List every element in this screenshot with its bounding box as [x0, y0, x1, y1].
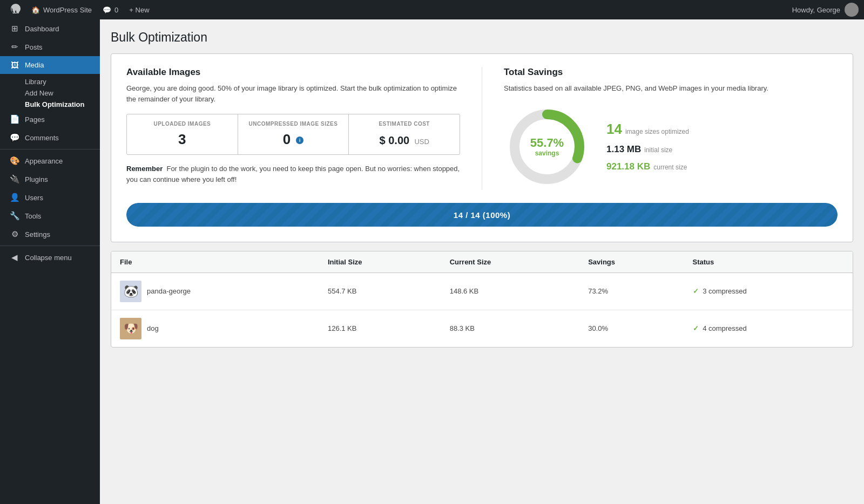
initial-size-cell: 126.1 KB — [319, 310, 441, 347]
available-images-description: George, you are doing good. 50% of your … — [126, 83, 460, 104]
adminbar-user: Howdy, George — [792, 3, 859, 17]
savings-content: 55.7% savings 14 image sizes optimized — [504, 104, 838, 190]
wp-logo[interactable] — [5, 0, 26, 19]
sidebar-item-settings[interactable]: ⚙ Settings — [0, 225, 100, 243]
status-label: 3 compressed — [703, 287, 747, 295]
file-cell: 🐶 dog — [111, 310, 319, 347]
available-images-section: Available Images George, you are doing g… — [126, 67, 482, 190]
table-row: 🐶 dog 126.1 KB 88.3 KB 30.0% ✓ 4 compres… — [111, 310, 853, 347]
sidebar-sub-library[interactable]: Library — [0, 76, 100, 87]
col-header-initial-size: Initial Size — [319, 251, 441, 273]
wp-logo-icon — [11, 4, 21, 16]
file-name: panda-george — [147, 287, 191, 295]
col-header-savings: Savings — [579, 251, 684, 273]
donut-percent: 55.7% — [530, 136, 564, 149]
dashboard-icon: ⊞ — [10, 24, 19, 33]
col-header-status: Status — [684, 251, 853, 273]
chevron-right-icon: ▶ — [89, 62, 93, 68]
uncompressed-sizes-stat: UNCOMPRESSED IMAGE SIZES 0 i — [238, 114, 349, 154]
savings-stat-initial: 1.13 MB initial size — [606, 144, 689, 155]
sidebar-item-pages[interactable]: 📄 Pages — [0, 110, 100, 128]
home-icon: 🏠 — [31, 6, 40, 14]
savings-cell: 73.2% — [579, 273, 684, 310]
progress-text: 14 / 14 (100%) — [454, 210, 510, 219]
appearance-icon: 🎨 — [10, 156, 19, 166]
bulk-optimization-card: Available Images George, you are doing g… — [111, 53, 853, 242]
media-icon: 🖼 — [10, 60, 19, 70]
initial-size-cell: 554.7 KB — [319, 273, 441, 310]
file-thumbnail: 🐶 — [120, 318, 141, 339]
savings-stats: 14 image sizes optimized 1.13 MB initial… — [606, 121, 689, 172]
status-cell: ✓ 4 compressed — [684, 310, 853, 347]
file-name: dog — [147, 324, 159, 332]
uploaded-images-stat: UPLOADED IMAGES 3 — [127, 114, 238, 154]
col-header-current-size: Current Size — [441, 251, 579, 273]
collapse-menu-button[interactable]: ◀ Collapse menu — [0, 248, 100, 267]
donut-label: savings — [530, 149, 564, 157]
current-size-desc: current size — [653, 164, 687, 171]
status-check-icon: ✓ — [693, 324, 699, 332]
info-icon[interactable]: i — [296, 137, 303, 144]
comments-bubble-icon: 💬 — [10, 133, 19, 142]
sidebar-sub-addnew[interactable]: Add New — [0, 87, 100, 99]
current-size-cell: 88.3 KB — [441, 310, 579, 347]
initial-size-value: 1.13 MB — [606, 144, 641, 155]
pages-icon: 📄 — [10, 114, 19, 124]
status-cell: ✓ 3 compressed — [684, 273, 853, 310]
sidebar: ⊞ Dashboard ✏ Posts 🖼 Media ▶ Library Ad… — [0, 19, 100, 504]
sidebar-item-comments[interactable]: 💬 Comments — [0, 128, 100, 147]
site-name[interactable]: 🏠 WordPress Site — [26, 0, 97, 19]
current-size-value: 921.18 KB — [606, 161, 650, 172]
table-header-row: File Initial Size Current Size Savings S… — [111, 251, 853, 273]
col-header-file: File — [111, 251, 319, 273]
sidebar-item-tools[interactable]: 🔧 Tools — [0, 207, 100, 225]
total-savings-title: Total Savings — [504, 67, 838, 78]
total-savings-section: Total Savings Statistics based on all av… — [482, 67, 838, 190]
remember-box: Remember For the plugin to do the work, … — [126, 164, 460, 185]
collapse-icon: ◀ — [10, 253, 19, 262]
progress-section: 14 / 14 (100%) — [111, 203, 853, 242]
donut-center-text: 55.7% savings — [530, 136, 564, 156]
status-check-icon: ✓ — [693, 287, 699, 295]
comments-icon: 💬 — [103, 6, 111, 14]
file-thumbnail: 🐼 — [120, 281, 141, 302]
sidebar-item-posts[interactable]: ✏ Posts — [0, 38, 100, 56]
savings-cell: 30.0% — [579, 310, 684, 347]
page-title: Bulk Optimization — [111, 30, 853, 45]
sidebar-item-plugins[interactable]: 🔌 Plugins — [0, 170, 100, 188]
table-row: 🐼 panda-george 554.7 KB 148.6 KB 73.2% ✓… — [111, 273, 853, 310]
savings-stat-optimized: 14 image sizes optimized — [606, 121, 689, 138]
comments-link[interactable]: 💬 0 — [97, 0, 124, 19]
main-content: Bulk Optimization Available Images Georg… — [100, 19, 864, 504]
donut-chart: 55.7% savings — [504, 104, 590, 190]
current-size-cell: 148.6 KB — [441, 273, 579, 310]
posts-icon: ✏ — [10, 42, 19, 52]
users-icon: 👤 — [10, 193, 19, 202]
sidebar-item-appearance[interactable]: 🎨 Appearance — [0, 152, 100, 170]
total-savings-description: Statistics based on all available JPEG, … — [504, 83, 838, 94]
media-submenu: Library Add New Bulk Optimization — [0, 74, 100, 110]
admin-bar: 🏠 WordPress Site 💬 0 + New Howdy, George — [0, 0, 864, 19]
stats-row: UPLOADED IMAGES 3 UNCOMPRESSED IMAGE SIZ… — [126, 114, 460, 155]
initial-size-desc: initial size — [644, 146, 672, 154]
progress-bar: 14 / 14 (100%) — [126, 203, 838, 227]
sidebar-item-dashboard[interactable]: ⊞ Dashboard — [0, 19, 100, 38]
tools-icon: 🔧 — [10, 211, 19, 221]
new-content-button[interactable]: + New — [124, 0, 154, 19]
settings-icon: ⚙ — [10, 229, 19, 239]
status-label: 4 compressed — [703, 324, 747, 332]
user-avatar — [845, 3, 859, 17]
file-table-card: File Initial Size Current Size Savings S… — [111, 251, 853, 348]
savings-stat-current: 921.18 KB current size — [606, 161, 689, 172]
estimated-cost-stat: ESTIMATED COST $ 0.00 USD — [349, 114, 460, 154]
available-images-title: Available Images — [126, 67, 460, 78]
sidebar-sub-bulkoptimization[interactable]: Bulk Optimization — [0, 99, 100, 110]
optimized-count: 14 — [606, 121, 622, 138]
optimized-desc: image sizes optimized — [625, 128, 689, 135]
sidebar-item-users[interactable]: 👤 Users — [0, 188, 100, 207]
plugins-icon: 🔌 — [10, 174, 19, 184]
sidebar-item-media[interactable]: 🖼 Media ▶ — [0, 56, 100, 74]
file-table: File Initial Size Current Size Savings S… — [111, 251, 853, 347]
file-cell: 🐼 panda-george — [111, 273, 319, 310]
